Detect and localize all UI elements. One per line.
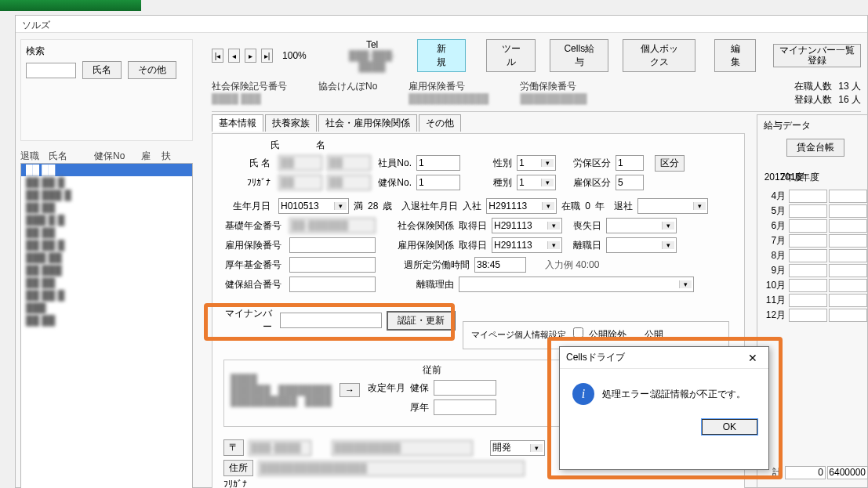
nyusha-select[interactable]: H291113▾ — [486, 198, 557, 214]
sei-kana-input[interactable] — [278, 175, 322, 190]
tab-shakai-koyo[interactable]: 社会・雇用保険関係 — [318, 114, 417, 132]
list-item[interactable]: ██ ██ — [21, 226, 192, 239]
kokai-label: 公開 — [645, 329, 663, 340]
search-label: 検索 — [26, 45, 187, 58]
list-item[interactable]: ██ ██ — [21, 164, 192, 176]
list-item[interactable]: ██ ██ █ — [21, 289, 192, 302]
kokai-jogai-checkbox[interactable]: 公開除外 — [570, 329, 626, 340]
koho-input[interactable] — [616, 175, 644, 190]
mei-kana-input[interactable] — [327, 175, 371, 190]
month-row: 9月 — [762, 263, 868, 278]
month-cell-2017[interactable] — [789, 264, 827, 277]
month-label: 9月 — [762, 264, 789, 277]
month-cell-2016[interactable] — [829, 294, 867, 307]
jusho-button[interactable]: 住所 — [223, 460, 253, 476]
list-item[interactable]: ██ ██ — [21, 314, 192, 327]
month-cell-2016[interactable] — [829, 219, 867, 233]
tab-fuyo[interactable]: 扶養家族 — [265, 114, 317, 132]
kubun-button[interactable]: 区分 — [655, 155, 685, 172]
month-cell-2016[interactable] — [829, 264, 867, 277]
month-label: 7月 — [762, 234, 789, 248]
col-fu: 扶 — [162, 150, 176, 163]
kaihatsu-select[interactable]: 開発▾ — [490, 440, 545, 456]
month-cell-2017[interactable] — [789, 249, 827, 262]
month-cell-2017[interactable] — [789, 309, 827, 322]
kenpo-kumiai-input[interactable] — [289, 277, 376, 292]
rishokubi-select[interactable]: ▾ — [606, 237, 677, 253]
edit-button[interactable]: 編集 — [714, 39, 757, 72]
search-name-button[interactable]: 氏名 — [82, 61, 122, 79]
postal-button[interactable]: 〒 — [223, 439, 244, 456]
list-item[interactable]: ██ ██ █ — [21, 176, 192, 189]
month-cell-2016[interactable] — [829, 279, 867, 292]
month-cell-2017[interactable] — [789, 294, 827, 307]
shu-shotei-input[interactable] — [474, 257, 526, 273]
list-item[interactable]: ██ ███ █ — [21, 189, 192, 201]
kaitei-konen-input[interactable] — [434, 399, 496, 415]
tab-basic-info[interactable]: 基本情報 — [212, 114, 263, 132]
tab-other[interactable]: その他 — [419, 114, 461, 132]
tool-button[interactable]: ツール — [486, 39, 536, 72]
postal-input[interactable] — [249, 440, 311, 456]
koyo-hoken-no-input[interactable] — [289, 237, 376, 253]
cells-kyuyo-button[interactable]: Cells給与 — [550, 39, 608, 72]
chingin-daicho-button[interactable]: 賃金台帳 — [786, 139, 844, 157]
month-cell-2016[interactable] — [829, 249, 867, 262]
new-button[interactable]: 新規 — [417, 39, 466, 72]
month-row: 6月 — [762, 219, 868, 233]
list-item[interactable]: ███ — [21, 302, 192, 314]
search-input[interactable] — [26, 63, 76, 78]
month-cell-2017[interactable] — [789, 279, 827, 292]
mynumber-list-button[interactable]: マイナンバー一覧登録 — [773, 44, 861, 67]
list-item[interactable]: ██ ███ — [21, 264, 192, 277]
rishoku-riyu-select[interactable]: ▾ — [459, 277, 694, 292]
seinengappi-select[interactable]: H010513▾ — [278, 198, 349, 214]
ninsho-koshin-button[interactable]: 認証・更新 — [387, 311, 456, 331]
kenpo-no-input[interactable] — [416, 175, 460, 190]
dialog-ok-button[interactable]: OK — [702, 419, 757, 435]
month-cell-2017[interactable] — [789, 204, 827, 218]
list-item[interactable]: ███ ██ — [21, 251, 192, 264]
roho-input[interactable] — [616, 155, 644, 171]
kaitei-kenpo-input[interactable] — [434, 380, 496, 396]
kojin-box-button[interactable]: 個人ボックス — [623, 39, 695, 72]
nav-first-button[interactable]: |◂ — [212, 49, 223, 63]
mei-input[interactable] — [327, 155, 371, 171]
nav-next-button[interactable]: ▸ — [245, 49, 256, 63]
employee-list[interactable]: ██ ██ ██ ██ █ ██ ███ █ ██ ██ ███ █ █ ██ … — [20, 163, 193, 488]
pref-input[interactable] — [332, 440, 473, 456]
konen-kikin-input[interactable] — [289, 257, 376, 273]
month-cell-2016[interactable] — [829, 309, 867, 322]
list-item[interactable]: ██ ██ █ — [21, 239, 192, 251]
col-retire: 退職 — [20, 150, 42, 163]
dialog-close-button[interactable]: ✕ — [743, 352, 762, 364]
juzen-arrow-button[interactable]: → — [340, 383, 360, 397]
month-cell-2016[interactable] — [829, 190, 867, 203]
month-cell-2017[interactable] — [789, 219, 827, 233]
month-cell-2017[interactable] — [789, 190, 827, 203]
taisha-select[interactable]: ▾ — [637, 198, 708, 214]
search-other-button[interactable]: その他 — [128, 61, 176, 79]
kiso-nenkin-input[interactable] — [289, 218, 376, 233]
zaishoku-label: 在職人数 — [794, 80, 832, 93]
seibetsu-select[interactable]: 1▾ — [517, 155, 556, 171]
month-cell-2016[interactable] — [829, 234, 867, 248]
list-item[interactable]: ███ █ █ — [21, 214, 192, 226]
shubetsu-select[interactable]: 1▾ — [517, 175, 556, 190]
shain-no-input[interactable] — [416, 155, 460, 171]
mynumber-input[interactable] — [280, 313, 382, 328]
month-cell-2016[interactable] — [829, 204, 867, 218]
soshitsubi-select[interactable]: ▾ — [606, 218, 677, 233]
nav-prev-button[interactable]: ◂ — [228, 49, 240, 63]
shain-no-label: 社員No. — [376, 157, 412, 170]
payroll-legend: 給与データ — [762, 119, 812, 132]
month-cell-2017[interactable] — [789, 234, 827, 248]
jusho-input[interactable] — [258, 461, 525, 476]
sei-input[interactable] — [278, 155, 322, 171]
shaho-shutoku-select[interactable]: H291113▾ — [492, 218, 562, 233]
list-item[interactable]: ██ ██ — [21, 201, 192, 214]
month-label: 11月 — [762, 294, 789, 307]
nav-last-button[interactable]: ▸| — [261, 49, 273, 63]
koyo-shutoku-select[interactable]: H291113▾ — [492, 237, 562, 253]
list-item[interactable]: ██ ██ — [21, 277, 192, 289]
